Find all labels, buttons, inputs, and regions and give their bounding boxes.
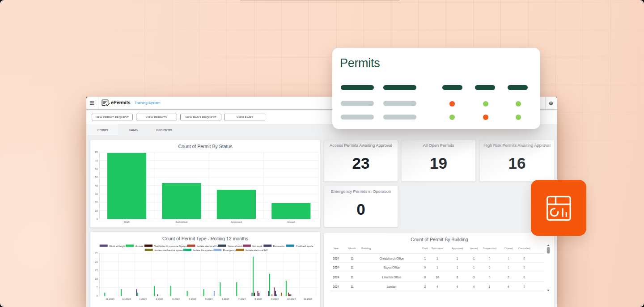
svg-text:4: 4 — [508, 285, 509, 288]
svg-text:2024: 2024 — [333, 285, 339, 288]
svg-text:11-2024: 11-2024 — [304, 298, 312, 300]
svg-text:50: 50 — [95, 175, 97, 178]
svg-text:10: 10 — [436, 276, 439, 279]
svg-text:Excavation: Excavation — [273, 245, 285, 247]
svg-text:0: 0 — [523, 276, 525, 279]
svg-text:10-2024: 10-2024 — [287, 298, 296, 300]
svg-text:5-2024: 5-2024 — [205, 298, 213, 300]
svg-text:Limerick Office: Limerick Office — [382, 276, 402, 279]
svg-text:11: 11 — [351, 285, 354, 288]
svg-text:70: 70 — [95, 159, 97, 162]
svg-text:40: 40 — [95, 184, 97, 187]
svg-text:Isolate electrical LV: Isolate electrical LV — [197, 245, 218, 247]
svg-text:1: 1 — [436, 257, 438, 260]
svg-text:0: 0 — [489, 276, 491, 279]
svg-text:0: 0 — [424, 276, 426, 279]
svg-text:Access: Access — [135, 245, 143, 247]
svg-text:8: 8 — [457, 276, 458, 279]
svg-text:1: 1 — [436, 266, 438, 269]
svg-text:Confined space: Confined space — [296, 245, 314, 247]
svg-text:0: 0 — [523, 257, 525, 260]
svg-text:Approved: Approved — [452, 247, 463, 250]
svg-text:Draft: Draft — [422, 247, 428, 250]
svg-text:Espoo Office: Espoo Office — [383, 266, 400, 269]
svg-text:Draft: Draft — [124, 220, 130, 223]
svg-text:25: 25 — [95, 252, 97, 255]
svg-text:30: 30 — [95, 192, 97, 195]
svg-text:0: 0 — [97, 295, 98, 298]
svg-text:0: 0 — [489, 266, 491, 269]
svg-text:0: 0 — [424, 266, 426, 269]
svg-text:3: 3 — [473, 276, 475, 279]
svg-text:Isolate fire system: Isolate fire system — [193, 249, 213, 252]
svg-text:9-2024: 9-2024 — [271, 298, 279, 300]
svg-text:20: 20 — [95, 260, 97, 263]
svg-text:4: 4 — [436, 285, 438, 288]
svg-text:1: 1 — [473, 257, 475, 260]
svg-text:1: 1 — [473, 266, 475, 269]
svg-text:80: 80 — [95, 150, 97, 153]
svg-text:0: 0 — [523, 266, 525, 269]
svg-text:1-2024: 1-2024 — [139, 298, 147, 300]
svg-text:Submitted: Submitted — [431, 247, 443, 250]
svg-text:6-2024: 6-2024 — [222, 298, 229, 300]
svg-text:London: London — [387, 285, 397, 288]
svg-text:4-2024: 4-2024 — [189, 298, 196, 300]
svg-text:Cancelled: Cancelled — [518, 247, 530, 250]
svg-text:11: 11 — [351, 266, 354, 269]
svg-text:Issued: Issued — [470, 247, 478, 250]
svg-text:1: 1 — [424, 257, 426, 260]
svg-text:Year: Year — [333, 247, 339, 250]
svg-text:Submitted: Submitted — [176, 220, 187, 223]
svg-text:2-2024: 2-2024 — [156, 298, 163, 300]
svg-text:0: 0 — [523, 285, 525, 288]
svg-text:Emergency: Emergency — [223, 249, 236, 252]
svg-text:Test boiler & pressure System: Test boiler & pressure System — [154, 245, 188, 247]
svg-text:0: 0 — [97, 217, 98, 220]
svg-text:11-2023: 11-2023 — [106, 298, 114, 300]
svg-text:Suspended: Suspended — [483, 247, 496, 250]
svg-text:0: 0 — [489, 257, 491, 260]
svg-text:5: 5 — [97, 286, 98, 289]
svg-text:2: 2 — [508, 276, 509, 279]
svg-text:1: 1 — [457, 266, 458, 269]
svg-text:11: 11 — [351, 257, 354, 260]
svg-text:2024: 2024 — [333, 276, 339, 279]
svg-text:1: 1 — [457, 257, 458, 260]
svg-text:Count of Permit By Status: Count of Permit By Status — [178, 144, 233, 149]
svg-text:3-2024: 3-2024 — [172, 298, 180, 300]
svg-text:11: 11 — [351, 276, 354, 279]
svg-text:Work at height: Work at height — [109, 245, 125, 247]
svg-text:Approved: Approved — [231, 220, 242, 223]
svg-text:12-2023: 12-2023 — [122, 298, 131, 300]
svg-text:15: 15 — [95, 269, 97, 272]
svg-text:10: 10 — [95, 209, 97, 212]
svg-text:Hot work: Hot work — [252, 245, 262, 247]
svg-text:1: 1 — [508, 257, 509, 260]
svg-text:2024: 2024 — [333, 266, 339, 269]
svg-text:10: 10 — [95, 277, 97, 280]
svg-text:General work: General work — [228, 245, 242, 247]
svg-text:4: 4 — [457, 285, 458, 288]
svg-text:Christchurch Office: Christchurch Office — [380, 257, 404, 260]
svg-text:8-2024: 8-2024 — [254, 298, 262, 300]
svg-text:1: 1 — [508, 266, 509, 269]
svg-text:Month: Month — [348, 247, 356, 250]
svg-text:Issued: Issued — [287, 220, 295, 223]
svg-text:4: 4 — [473, 285, 475, 288]
svg-text:2: 2 — [424, 285, 426, 288]
svg-text:1: 1 — [489, 285, 491, 288]
svg-text:Isolate electrical HV: Isolate electrical HV — [246, 249, 268, 252]
svg-text:2024: 2024 — [333, 257, 339, 260]
svg-text:Count of Permit By Building: Count of Permit By Building — [411, 237, 468, 242]
svg-text:Isolate mechanical system: Isolate mechanical system — [154, 249, 184, 252]
svg-text:Count of Permit Type - Rolling: Count of Permit Type - Rolling 12 months — [162, 236, 248, 241]
svg-text:Building: Building — [361, 247, 371, 250]
svg-text:7-2024: 7-2024 — [238, 298, 246, 300]
svg-text:20: 20 — [95, 200, 97, 203]
svg-text:60: 60 — [95, 167, 97, 170]
svg-text:Closed: Closed — [504, 247, 513, 250]
